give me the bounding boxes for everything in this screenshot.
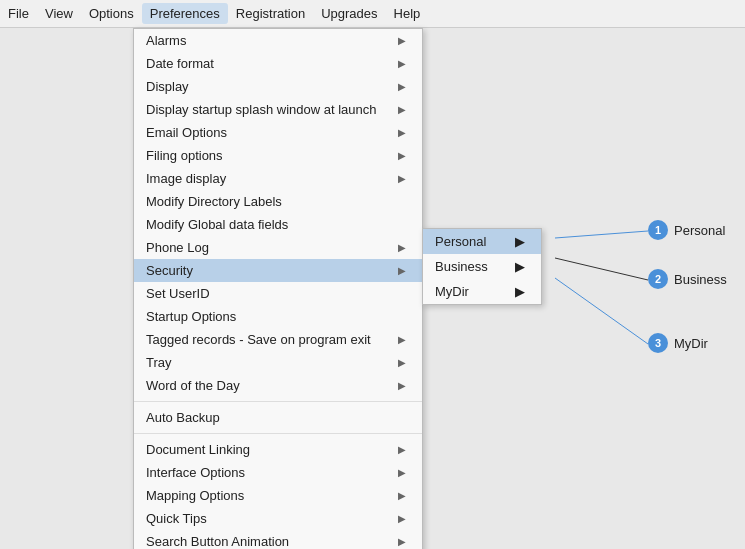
menu-modify-global[interactable]: Modify Global data fields — [134, 213, 422, 236]
arrow-icon: ▶ — [398, 58, 406, 69]
callout-business: 2 Business — [648, 269, 727, 289]
menu-preferences[interactable]: Preferences — [142, 3, 228, 24]
menu-alarms[interactable]: Alarms ▶ — [134, 29, 422, 52]
arrow-icon: ▶ — [398, 334, 406, 345]
menu-quick-tips[interactable]: Quick Tips ▶ — [134, 507, 422, 530]
menubar: File View Options Preferences Registrati… — [0, 0, 745, 28]
preferences-dropdown: Alarms ▶ Date format ▶ Display ▶ Display… — [133, 28, 423, 549]
menu-modify-dir-labels[interactable]: Modify Directory Labels — [134, 190, 422, 213]
callout-label-business: Business — [674, 272, 727, 287]
menu-email-options[interactable]: Email Options ▶ — [134, 121, 422, 144]
callout-badge-1: 1 — [648, 220, 668, 240]
menu-view[interactable]: View — [37, 3, 81, 24]
menu-filing-options[interactable]: Filing options ▶ — [134, 144, 422, 167]
svg-line-2 — [555, 278, 648, 344]
arrow-icon: ▶ — [398, 127, 406, 138]
security-submenu: Personal ▶ Business ▶ MyDir ▶ — [422, 228, 542, 305]
arrow-icon: ▶ — [398, 444, 406, 455]
arrow-icon: ▶ — [515, 284, 525, 299]
callout-label-mydir: MyDir — [674, 336, 708, 351]
callout-badge-2: 2 — [648, 269, 668, 289]
arrow-icon: ▶ — [398, 490, 406, 501]
menu-display[interactable]: Display ▶ — [134, 75, 422, 98]
arrow-icon: ▶ — [515, 259, 525, 274]
submenu-business[interactable]: Business ▶ — [423, 254, 541, 279]
arrow-icon: ▶ — [398, 150, 406, 161]
menu-registration[interactable]: Registration — [228, 3, 313, 24]
svg-line-0 — [555, 231, 648, 238]
menu-security[interactable]: Security ▶ — [134, 259, 422, 282]
arrow-icon: ▶ — [398, 513, 406, 524]
arrow-icon: ▶ — [398, 467, 406, 478]
menu-document-linking[interactable]: Document Linking ▶ — [134, 438, 422, 461]
menu-tagged-records[interactable]: Tagged records - Save on program exit ▶ — [134, 328, 422, 351]
arrow-icon: ▶ — [398, 81, 406, 92]
menu-tray[interactable]: Tray ▶ — [134, 351, 422, 374]
menu-date-format[interactable]: Date format ▶ — [134, 52, 422, 75]
menu-word-of-day[interactable]: Word of the Day ▶ — [134, 374, 422, 397]
menu-image-display[interactable]: Image display ▶ — [134, 167, 422, 190]
menu-options[interactable]: Options — [81, 3, 142, 24]
callout-personal: 1 Personal — [648, 220, 725, 240]
callout-mydir: 3 MyDir — [648, 333, 708, 353]
menu-display-splash[interactable]: Display startup splash window at launch … — [134, 98, 422, 121]
menu-file[interactable]: File — [0, 3, 37, 24]
arrow-icon: ▶ — [398, 380, 406, 391]
submenu-mydir[interactable]: MyDir ▶ — [423, 279, 541, 304]
separator-1 — [134, 401, 422, 402]
arrow-icon: ▶ — [398, 35, 406, 46]
submenu-personal[interactable]: Personal ▶ — [423, 229, 541, 254]
separator-2 — [134, 433, 422, 434]
arrow-icon: ▶ — [398, 242, 406, 253]
menu-search-button-animation[interactable]: Search Button Animation ▶ — [134, 530, 422, 549]
menu-help[interactable]: Help — [386, 3, 429, 24]
arrow-icon: ▶ — [515, 234, 525, 249]
menu-mapping-options[interactable]: Mapping Options ▶ — [134, 484, 422, 507]
menu-upgrades[interactable]: Upgrades — [313, 3, 385, 24]
menu-phone-log[interactable]: Phone Log ▶ — [134, 236, 422, 259]
callout-label-personal: Personal — [674, 223, 725, 238]
callout-badge-3: 3 — [648, 333, 668, 353]
arrow-icon: ▶ — [398, 104, 406, 115]
arrow-icon: ▶ — [398, 536, 406, 547]
menu-startup-options[interactable]: Startup Options — [134, 305, 422, 328]
arrow-icon: ▶ — [398, 173, 406, 184]
menu-interface-options[interactable]: Interface Options ▶ — [134, 461, 422, 484]
arrow-icon: ▶ — [398, 265, 406, 276]
menu-auto-backup[interactable]: Auto Backup — [134, 406, 422, 429]
svg-line-1 — [555, 258, 648, 280]
arrow-icon: ▶ — [398, 357, 406, 368]
menu-set-userid[interactable]: Set UserID — [134, 282, 422, 305]
